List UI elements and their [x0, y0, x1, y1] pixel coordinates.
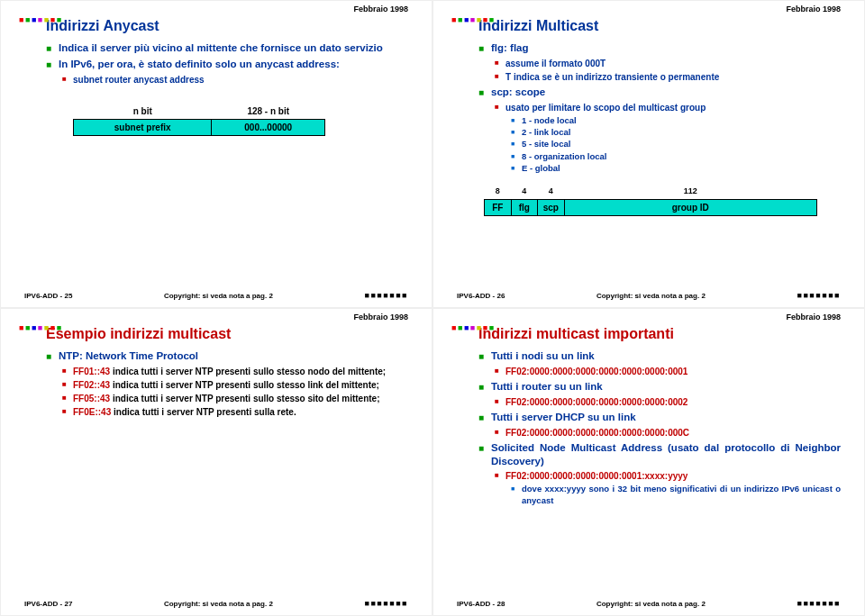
footer: IPV6-ADD - 27 Copyright: si veda nota a …: [24, 599, 408, 610]
address: FF02:0000:0000:0000:0000:0000:0000:0002: [495, 396, 841, 408]
anycast-table: n bit128 - n bit subnet prefix000...0000…: [73, 104, 325, 136]
bullet: 8 - organization local: [511, 151, 841, 162]
bullet: Tutti i nodi su un link: [478, 349, 841, 363]
footer: IPV6-ADD - 25 Copyright: si veda nota a …: [24, 291, 408, 302]
bullet: In IPv6, per ora, è stato definito solo …: [46, 58, 408, 71]
bullet: 5 - site local: [511, 139, 841, 149]
slide-25: Febbraio 1998 ■■■■■■■ Indirizzi Anycast …: [0, 0, 432, 308]
bullet: subnet router anycast address: [62, 74, 408, 86]
decor-left: ■■■■■■■: [19, 15, 63, 26]
bullet: Tutti i server DHCP su un link: [478, 411, 841, 424]
slide-title: Indirizzi Anycast: [46, 17, 408, 36]
bullet: 2 - link local: [511, 127, 841, 138]
bullet: flg: flag: [478, 41, 841, 55]
bullet: Tutti i router su un link: [478, 380, 841, 394]
date: Febbraio 1998: [786, 5, 841, 15]
date: Febbraio 1998: [353, 313, 408, 323]
decor-left: ■■■■■■■: [19, 323, 63, 334]
slide-26: Febbraio 1998 ■■■■■■■ Indirizzi Multicas…: [432, 0, 865, 308]
bullet: FF02::43 indica tutti i server NTP prese…: [62, 379, 408, 391]
bullet: T indica se è un indirizzo transiente o …: [495, 71, 841, 83]
slide-title: Indirizzi Multicast: [478, 17, 841, 36]
decor-left: ■■■■■■■: [451, 323, 496, 334]
slide-title: Esempio indirizzi multicast: [46, 325, 408, 344]
address: FF02:0000:0000:0000:0000:0001:xxxx:yyyy: [495, 470, 841, 482]
slide-title: Indirizzi multicast importanti: [478, 325, 841, 344]
slide-grid: Febbraio 1998 ■■■■■■■ Indirizzi Anycast …: [0, 0, 865, 616]
address: FF02:0000:0000:0000:0000:0000:0000:000C: [495, 427, 841, 439]
bullet: dove xxxx:yyyy sono i 32 bit meno signif…: [511, 484, 841, 506]
bullet: NTP: Network Time Protocol: [46, 349, 408, 363]
address: FF02:0000:0000:0000:0000:0000:0000:0001: [495, 366, 841, 377]
bullet: FF01::43 indica tutti i server NTP prese…: [62, 366, 408, 377]
bullet: Indica il server più vicino al mittente …: [46, 41, 408, 55]
bullet: FF05::43 indica tutti i server NTP prese…: [62, 393, 408, 404]
bullet: 1 - node local: [511, 115, 841, 126]
bullet: scp: scope: [478, 86, 841, 99]
date: Febbraio 1998: [786, 313, 841, 323]
bullet: Solicited Node Multicast Address (usato …: [478, 441, 841, 468]
footer: IPV6-ADD - 28 Copyright: si veda nota a …: [457, 599, 841, 610]
slide-28: Febbraio 1998 ■■■■■■■ Indirizzi multicas…: [432, 308, 865, 616]
multicast-table: 844112 FFflgscpgroup ID: [484, 185, 817, 216]
slide-27: Febbraio 1998 ■■■■■■■ Esempio indirizzi …: [0, 308, 432, 616]
bullet: assume il formato 000T: [495, 58, 841, 69]
footer: IPV6-ADD - 26 Copyright: si veda nota a …: [457, 291, 841, 302]
date: Febbraio 1998: [353, 5, 408, 15]
decor-left: ■■■■■■■: [451, 15, 496, 26]
bullet: usato per limitare lo scopo del multicas…: [495, 102, 841, 113]
bullet: FF0E::43 indica tutti i server NTP prese…: [62, 406, 408, 418]
bullet: E - global: [511, 163, 841, 174]
